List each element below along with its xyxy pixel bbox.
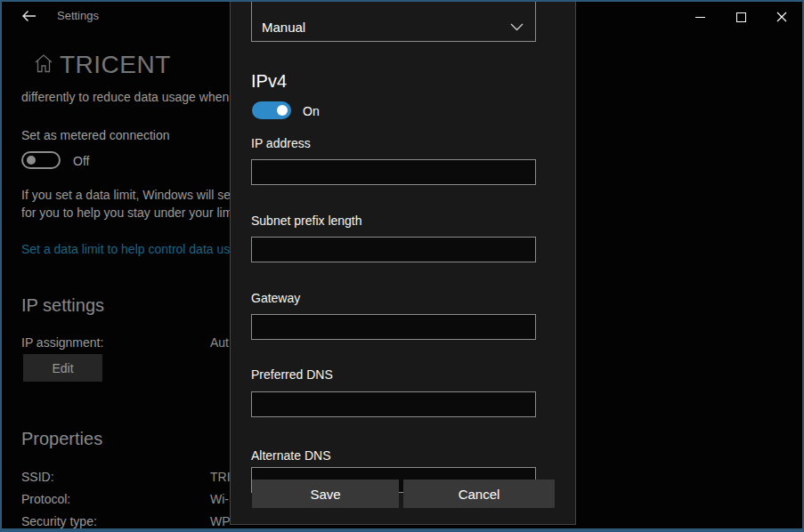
preferred-dns-label: Preferred DNS xyxy=(251,367,333,382)
ip-settings-heading: IP settings xyxy=(21,295,104,316)
maximize-icon xyxy=(736,12,746,22)
toggle-knob xyxy=(277,105,288,116)
toggle-knob xyxy=(27,156,36,165)
metered-connection-toggle[interactable] xyxy=(21,151,61,169)
ipv4-toggle-state-label: On xyxy=(303,104,320,118)
data-limit-text-line1: If you set a data limit, Windows will se xyxy=(21,188,231,202)
ip-address-label: IP address xyxy=(251,136,311,150)
gateway-label: Gateway xyxy=(251,291,300,305)
save-button[interactable]: Save xyxy=(252,480,399,508)
cancel-button[interactable]: Cancel xyxy=(403,480,555,508)
back-arrow-icon xyxy=(21,10,37,22)
ipv4-toggle[interactable] xyxy=(252,101,291,119)
back-button[interactable] xyxy=(11,4,46,28)
chevron-down-icon xyxy=(510,23,524,31)
maximize-button[interactable] xyxy=(720,2,761,32)
subnet-prefix-length-label: Subnet prefix length xyxy=(251,214,362,228)
set-data-limit-link[interactable]: Set a data limit to help control data us xyxy=(21,242,231,256)
edit-ip-button[interactable]: Edit xyxy=(23,354,102,382)
ip-assignment-value: Aut xyxy=(210,335,229,350)
edit-ip-settings-dialog: Manual IPv4 On IP address Subnet prefix … xyxy=(230,0,576,525)
protocol-label: Protocol: xyxy=(21,492,70,506)
close-button[interactable] xyxy=(761,2,802,32)
security-type-label: Security type: xyxy=(21,514,97,528)
ssid-label: SSID: xyxy=(21,470,54,484)
security-type-value: WP xyxy=(210,514,231,528)
ip-assignment-dropdown[interactable]: Manual xyxy=(251,0,536,42)
ipv4-heading: IPv4 xyxy=(251,71,287,92)
ssid-value: TRI xyxy=(210,470,231,484)
close-icon xyxy=(776,12,787,22)
alternate-dns-label: Alternate DNS xyxy=(251,448,330,463)
caption-buttons xyxy=(679,2,802,32)
minimize-button[interactable] xyxy=(679,2,720,32)
dropdown-selected-value: Manual xyxy=(262,20,305,35)
ip-address-input[interactable] xyxy=(251,159,536,185)
metered-toggle-state-label: Off xyxy=(73,154,89,168)
metered-connection-label: Set as metered connection xyxy=(21,128,170,142)
settings-window: Settings TRICENT differently to reduce d… xyxy=(0,0,804,532)
properties-heading: Properties xyxy=(21,429,102,449)
preferred-dns-input[interactable] xyxy=(251,391,536,417)
home-icon xyxy=(35,53,53,73)
page-title: TRICENT xyxy=(60,51,171,79)
minimize-icon xyxy=(695,17,705,18)
subnet-prefix-length-input[interactable] xyxy=(251,237,536,262)
ip-assignment-label: IP assignment: xyxy=(21,335,103,350)
network-description-text: differently to reduce data usage when xyxy=(21,90,231,104)
data-limit-text-line2: for you to help you stay under your lim xyxy=(21,206,231,220)
gateway-input[interactable] xyxy=(251,314,536,340)
dropdown-inner: Manual xyxy=(252,14,535,41)
protocol-value: Wi- xyxy=(210,492,229,506)
window-title: Settings xyxy=(57,9,99,22)
